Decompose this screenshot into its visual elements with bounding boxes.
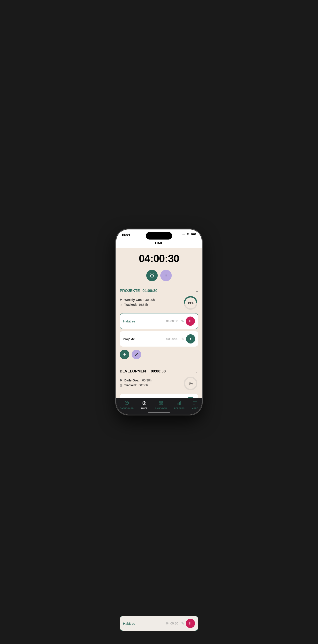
projekte-time: 04:00:30 (142, 289, 158, 293)
svg-rect-17 (159, 402, 163, 405)
projekte-progress-circle: 49% (183, 295, 198, 310)
signal-dots-icon: ···· (181, 234, 185, 236)
status-icons: ···· (181, 232, 196, 236)
task-row: Habitree 04:00:30 ✎ (120, 313, 198, 329)
tab-calendar[interactable]: CALENDAR (153, 400, 169, 410)
svg-rect-22 (179, 402, 180, 405)
svg-point-4 (166, 275, 166, 276)
dev-tracked-value: 00:00h (138, 384, 148, 387)
tab-more-label: MORE (192, 407, 198, 409)
development-goals: ⚑ Daily Goal: 00:30h ◎ Tracked: 00:00h (120, 376, 198, 391)
tab-dashboard[interactable]: DASHBOARD (118, 400, 136, 410)
svg-rect-18 (160, 403, 160, 404)
tracked-label: Tracked: (124, 303, 137, 306)
phone-screen: 15:04 ···· (116, 230, 202, 414)
tab-dashboard-label: DASHBOARD (120, 407, 134, 409)
more-button[interactable] (160, 270, 172, 281)
tab-reports[interactable]: REPORTS (172, 400, 187, 410)
projekte-chevron-icon: ⌄ (196, 289, 198, 293)
daily-goal-row: ⚑ Daily Goal: 00:30h (120, 378, 183, 382)
dynamic-island (146, 232, 172, 240)
more-icon (192, 400, 198, 406)
home-indicator (148, 412, 170, 413)
pencil-icon (134, 352, 138, 356)
development-section-header[interactable]: DEVELOPMENT 00:00:00 ⌄ (120, 366, 198, 376)
svg-rect-8 (190, 320, 190, 322)
tab-bar: DASHBOARD TIMER (116, 398, 202, 414)
app-title: TIME (154, 241, 164, 245)
section-divider (120, 364, 198, 364)
edit-section-button[interactable] (132, 350, 141, 359)
dev-tracked-label: Tracked: (124, 384, 137, 387)
svg-rect-20 (160, 404, 160, 404)
flag-icon: ⚑ (120, 298, 122, 302)
play-button[interactable] (186, 334, 195, 344)
projekte-title: PROJEKTE (120, 289, 140, 293)
play-icon (189, 337, 192, 341)
pause-icon (188, 319, 192, 323)
tab-calendar-label: CALENDAR (155, 407, 167, 409)
pause-button[interactable] (186, 316, 195, 326)
projekte-goals: ⚑ Weekly Goal: 40:00h ◎ Tracked: 19:34h (120, 295, 198, 310)
timer-controls (116, 267, 202, 286)
dashboard-icon (124, 400, 129, 406)
weekly-goal-label: Weekly Goal: (124, 298, 144, 302)
svg-rect-9 (190, 320, 191, 322)
task-name: Projekte (123, 337, 165, 341)
projekte-goals-info: ⚑ Weekly Goal: 40:00h ◎ Tracked: 19:34h (120, 298, 183, 308)
action-buttons: + (120, 349, 198, 363)
tracked-row: ◎ Tracked: 19:34h (120, 303, 183, 306)
timer-time: 04:00:30 (120, 252, 198, 264)
task-time: 00:00:00 (166, 337, 178, 341)
tracked-value: 19:34h (138, 303, 148, 306)
wifi-icon (186, 232, 190, 236)
svg-point-5 (166, 276, 166, 277)
status-time: 15:04 (122, 233, 130, 236)
dev-tracked-row: ◎ Tracked: 00:00h (120, 384, 183, 387)
svg-point-3 (166, 274, 166, 274)
tab-more[interactable]: MORE (190, 400, 200, 410)
main-content: 04:00:30 (116, 248, 202, 414)
phone-frame: 15:04 ···· (116, 230, 202, 414)
edit-icon[interactable]: ✎ (181, 319, 184, 323)
tab-timer[interactable]: TIMER (139, 400, 150, 410)
add-task-button[interactable]: + (120, 350, 130, 359)
task-row: Projekte 00:00:00 ✎ (120, 331, 198, 346)
target-icon: ◎ (120, 384, 122, 387)
projekte-section-header[interactable]: PROJEKTE 04:00:30 ⌄ (120, 286, 198, 295)
task-name: Habitree (123, 319, 164, 323)
target-icon: ◎ (120, 303, 122, 306)
task-time: 04:00:30 (166, 319, 178, 323)
app-header: TIME (116, 239, 202, 248)
timer-display: 04:00:30 (116, 248, 202, 267)
development-title: DEVELOPMENT (120, 369, 148, 374)
flag-icon: ⚑ (120, 378, 122, 382)
svg-rect-23 (180, 401, 181, 405)
svg-rect-19 (162, 403, 162, 404)
more-dots-icon (164, 273, 168, 278)
projekte-progress-label: 49% (188, 302, 194, 305)
reports-icon (177, 400, 182, 406)
development-progress-circle: 0% (183, 376, 198, 391)
projekte-section: PROJEKTE 04:00:30 ⌄ ⚑ Weekly Goal: 40:00… (116, 286, 202, 364)
svg-rect-1 (192, 234, 196, 235)
tab-timer-label: TIMER (141, 407, 148, 409)
development-goals-info: ⚑ Daily Goal: 00:30h ◎ Tracked: 00:00h (120, 378, 183, 388)
weekly-goal-row: ⚑ Weekly Goal: 40:00h (120, 298, 183, 302)
svg-point-15 (126, 403, 127, 404)
alarm-icon (149, 273, 154, 278)
timer-icon (142, 400, 147, 406)
alarm-button[interactable] (146, 270, 158, 281)
battery-icon (191, 232, 196, 236)
development-progress-label: 0% (188, 382, 193, 385)
svg-rect-21 (178, 403, 178, 405)
tab-reports-label: REPORTS (174, 407, 184, 409)
edit-icon[interactable]: ✎ (181, 337, 184, 341)
daily-goal-value: 00:30h (142, 378, 152, 382)
development-time: 00:00:00 (151, 369, 166, 374)
weekly-goal-value: 40:00h (146, 298, 155, 302)
calendar-icon (158, 400, 164, 406)
daily-goal-label: Daily Goal: (124, 378, 140, 382)
development-chevron-icon: ⌄ (196, 370, 198, 374)
